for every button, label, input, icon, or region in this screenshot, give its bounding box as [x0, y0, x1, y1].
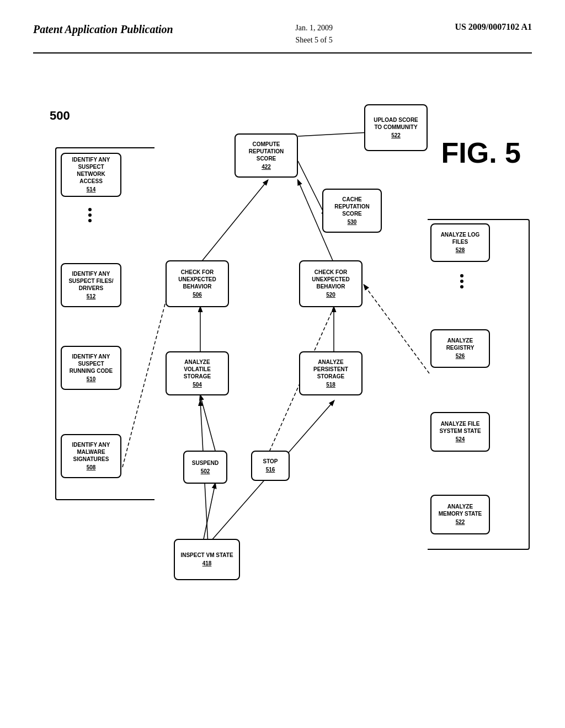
box-504-label: Analyze Volatile Storage — [171, 358, 223, 380]
dot — [460, 285, 463, 288]
box-512-label: Identify Any Suspect Files/ Drivers — [66, 270, 116, 292]
publication-title: Patent Application Publication — [33, 22, 173, 36]
box-524-num: 524 — [456, 436, 465, 443]
box-522-top-num: 522 — [391, 132, 401, 139]
box-422-num: 422 — [262, 163, 271, 170]
svg-line-12 — [202, 484, 215, 544]
figure-label: FIG. 5 — [441, 136, 521, 169]
box-512-num: 512 — [87, 293, 96, 300]
dot — [88, 219, 92, 222]
box-512: Identify Any Suspect Files/ Drivers 512 — [61, 263, 121, 307]
box-518-label: Analyze Persistent Storage — [305, 358, 357, 380]
box-504: Analyze Volatile Storage 504 — [166, 351, 229, 395]
box-526: Analyze Registry 526 — [430, 329, 490, 368]
box-524: Analyze File System State 524 — [430, 412, 490, 452]
box-506-label: Check For Unexpected Behavior — [171, 269, 223, 290]
dot — [460, 280, 463, 283]
box-524-label: Analyze File System State — [436, 420, 484, 435]
svg-line-7 — [298, 161, 326, 216]
dot — [88, 208, 92, 211]
box-516: Stop 516 — [251, 451, 290, 481]
box-530: Cache Reputation Score 530 — [322, 189, 382, 233]
dot — [88, 213, 92, 217]
box-422-label: Compute Reputation Score — [240, 141, 292, 162]
box-502-num: 502 — [201, 468, 210, 475]
box-504-num: 504 — [193, 381, 202, 388]
box-522-top: Upload Score To Community 522 — [364, 104, 428, 151]
box-528-num: 528 — [456, 247, 465, 254]
dot — [460, 274, 463, 277]
dots-group-2 — [460, 274, 463, 288]
box-514-label: Identify Any Suspect Network Access — [66, 156, 116, 185]
sheet-info: Sheet 5 of 5 — [295, 36, 332, 44]
box-530-num: 530 — [348, 218, 357, 226]
box-516-num: 516 — [266, 466, 275, 473]
box-522-bot-num: 522 — [456, 518, 465, 526]
box-520-num: 520 — [326, 291, 335, 298]
box-526-num: 526 — [456, 352, 465, 360]
box-522-bot: Analyze Memory State 522 — [430, 495, 490, 534]
box-508-label: Identify Any Malware Signatures — [66, 441, 116, 463]
box-528-label: Analyze Log Files — [436, 231, 484, 245]
box-514-num: 514 — [87, 186, 96, 193]
page: Patent Application Publication Jan. 1, 2… — [0, 0, 565, 728]
box-506-num: 506 — [193, 291, 202, 298]
patent-number: US 2009/0007102 A1 — [455, 22, 532, 32]
svg-line-2 — [200, 180, 268, 263]
box-530-label: Cache Reputation Score — [328, 196, 376, 217]
box-518-num: 518 — [326, 381, 335, 388]
box-418-label: Inspect VM State — [180, 552, 233, 559]
box-518: Analyze Persistent Storage 518 — [299, 351, 363, 395]
publication-date: Jan. 1, 2009 — [295, 24, 333, 32]
svg-line-8 — [200, 395, 215, 451]
box-516-label: Stop — [263, 458, 278, 465]
box-520-label: Check For Unexpected Behavior — [305, 269, 357, 290]
box-510: Identify Any Suspect Running Code 510 — [61, 346, 121, 390]
header-center: Jan. 1, 2009 Sheet 5 of 5 — [295, 22, 333, 47]
box-422: Compute Reputation Score 422 — [234, 133, 298, 178]
diagram-number: 500 — [50, 109, 70, 123]
box-522-bot-label: Analyze Memory State — [436, 503, 484, 517]
box-514: Identify Any Suspect Network Access 514 — [61, 153, 121, 197]
box-520: Check For Unexpected Behavior 520 — [299, 260, 363, 307]
box-508: Identify Any Malware Signatures 508 — [61, 434, 121, 478]
dots-group-1 — [88, 208, 92, 222]
diagram-area: 500 FIG. 5 Identify Any Suspect Network … — [33, 65, 532, 693]
box-528: Analyze Log Files 528 — [430, 223, 490, 262]
box-526-label: Analyze Registry — [436, 337, 484, 351]
svg-line-11 — [364, 285, 429, 373]
box-508-num: 508 — [87, 464, 96, 471]
box-502-label: Suspend — [192, 459, 218, 467]
box-522-top-label: Upload Score To Community — [370, 116, 422, 131]
box-510-num: 510 — [87, 376, 96, 383]
header: Patent Application Publication Jan. 1, 2… — [33, 22, 532, 53]
box-418: Inspect VM State 418 — [174, 539, 240, 580]
box-502: Suspend 502 — [183, 451, 227, 484]
box-418-num: 418 — [202, 560, 212, 567]
box-506: Check For Unexpected Behavior 506 — [166, 260, 229, 307]
box-510-label: Identify Any Suspect Running Code — [66, 353, 116, 374]
